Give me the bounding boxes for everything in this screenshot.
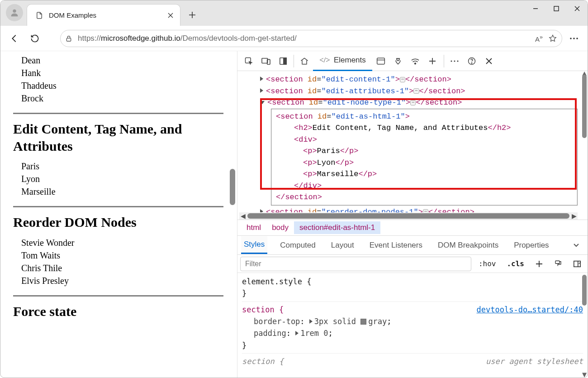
svg-point-0 — [13, 10, 16, 13]
rule-close: } — [242, 287, 583, 299]
tab-title: DOM Examples — [49, 11, 96, 19]
rule-selector: section { — [242, 305, 284, 314]
list-item: Dean — [21, 54, 223, 67]
styles-filter-input[interactable] — [240, 257, 471, 271]
back-button[interactable] — [5, 29, 23, 48]
source-link[interactable]: devtools-do…started/:40 — [477, 305, 583, 314]
welcome-tab-icon[interactable] — [296, 53, 313, 70]
edit-as-html-box[interactable]: <section id="edit-as-html-1"> <h2>Edit C… — [271, 109, 578, 206]
list-item: Thaddeus — [21, 79, 223, 92]
breadcrumb-body[interactable]: body — [266, 221, 294, 234]
svg-rect-10 — [284, 57, 286, 64]
heading-edit: Edit Content, Tag Name, and Attributes — [13, 120, 223, 154]
ua-rule-selector: section { — [242, 357, 284, 366]
svg-rect-20 — [574, 261, 580, 267]
tab-dom-breakpoints[interactable]: DOM Breakpoints — [435, 237, 501, 254]
elements-tab[interactable]: </> Elements — [313, 51, 372, 71]
svg-rect-19 — [555, 261, 560, 263]
hov-toggle[interactable]: :hov — [475, 258, 500, 270]
profile-avatar[interactable] — [6, 4, 23, 21]
tab-styles[interactable]: Styles — [241, 236, 267, 254]
browser-tab[interactable]: DOM Examples — [27, 4, 180, 26]
devtools-more-icon[interactable] — [446, 53, 463, 70]
divider — [13, 295, 223, 297]
list-item: Stevie Wonder — [21, 236, 223, 249]
inspect-element-icon[interactable] — [240, 53, 257, 70]
url-field[interactable]: https://microsoftedge.github.io/Demos/de… — [60, 30, 562, 47]
artist-list: Stevie Wonder Tom Waits Chris Thile Elvi… — [13, 236, 223, 287]
city-list: Paris Lyon Marseille — [13, 160, 223, 198]
refresh-button[interactable] — [26, 29, 44, 48]
favorite-icon[interactable] — [548, 34, 557, 43]
breadcrumb-html[interactable]: html — [241, 221, 266, 234]
svg-point-3 — [570, 38, 572, 39]
dom-tree[interactable]: <section id="edit-content-1">⋯</section>… — [237, 71, 588, 212]
svg-rect-11 — [377, 58, 384, 64]
svg-rect-1 — [554, 6, 559, 11]
devtools-close-icon[interactable] — [480, 53, 498, 70]
network-tab-icon[interactable] — [407, 53, 424, 70]
devtools-toolbar: </> Elements — [237, 51, 588, 71]
dock-icon[interactable] — [275, 53, 292, 70]
divider — [13, 113, 223, 114]
page-viewport[interactable]: Dean Hank Thaddeus Brock Edit Content, T… — [0, 51, 237, 378]
window-maximize-button[interactable] — [546, 0, 567, 17]
heading-reorder: Reorder DOM Nodes — [13, 214, 223, 231]
new-style-rule-icon[interactable] — [531, 258, 547, 270]
svg-point-13 — [414, 63, 416, 64]
new-tab-button[interactable] — [183, 6, 201, 24]
computed-sidebar-icon[interactable] — [569, 258, 585, 270]
tab-properties[interactable]: Properties — [511, 237, 551, 254]
tab-event-listeners[interactable]: Event Listeners — [367, 237, 425, 254]
devtools-panel: </> Elements <section id="edit-content-1… — [237, 51, 588, 378]
tab-layout[interactable]: Layout — [328, 237, 357, 254]
list-item: Chris Thile — [21, 262, 223, 274]
svg-point-18 — [471, 62, 472, 63]
address-bar: https://microsoftedge.github.io/Demos/de… — [0, 26, 588, 51]
sources-tab-icon[interactable] — [389, 53, 407, 70]
site-security-icon[interactable] — [65, 34, 72, 43]
page-scrollbar[interactable] — [229, 51, 236, 378]
styles-filter-row: :hov .cls — [237, 255, 588, 273]
console-tab-icon[interactable] — [372, 53, 389, 70]
divider — [13, 206, 223, 207]
list-item: Lyon — [21, 172, 223, 185]
tab-close-icon[interactable] — [167, 12, 174, 19]
ua-label: user agent stylesheet — [486, 355, 583, 367]
titlebar: DOM Examples — [0, 0, 588, 26]
add-tab-icon[interactable] — [424, 53, 441, 70]
styles-scrollbar[interactable]: ▼ — [581, 273, 588, 378]
window-minimize-button[interactable] — [525, 0, 546, 17]
list-item: Hank — [21, 67, 223, 79]
read-aloud-icon[interactable]: A» — [535, 34, 543, 43]
page-icon — [35, 11, 43, 19]
dom-h-scrollbar[interactable]: ◀ ▶ — [239, 212, 578, 220]
heading-force: Force state — [13, 303, 223, 320]
settings-more-button[interactable] — [565, 29, 583, 48]
cls-toggle[interactable]: .cls — [503, 258, 528, 270]
dom-breadcrumbs: html body section#edit-as-html-1 — [237, 220, 588, 236]
devtools-help-icon[interactable] — [463, 53, 480, 70]
styles-rules[interactable]: element.style { } section { devtools-do…… — [237, 273, 588, 378]
svg-point-12 — [397, 58, 399, 61]
svg-point-14 — [450, 60, 452, 62]
list-item: Paris — [21, 160, 223, 172]
paint-icon[interactable] — [550, 258, 566, 270]
dom-scrollbar[interactable]: ▲ — [581, 71, 588, 212]
chevron-down-icon[interactable] — [573, 243, 584, 248]
device-toolbar-icon[interactable] — [257, 53, 275, 70]
tab-computed[interactable]: Computed — [277, 237, 318, 254]
list-item: Marseille — [21, 185, 223, 198]
window-close-button[interactable] — [567, 0, 588, 17]
svg-point-5 — [576, 38, 578, 39]
rule-element-style: element.style { — [242, 276, 583, 287]
svg-rect-7 — [262, 58, 268, 63]
url-text: https://microsoftedge.github.io/Demos/de… — [78, 34, 530, 43]
svg-point-16 — [457, 60, 458, 62]
list-item: Brock — [21, 92, 223, 105]
list-item: Tom Waits — [21, 249, 223, 262]
breadcrumb-section[interactable]: section#edit-as-html-1 — [294, 221, 380, 234]
list-item: Elvis Presley — [21, 274, 223, 287]
elements-tab-icon: </> — [319, 56, 330, 65]
svg-point-15 — [454, 60, 455, 62]
